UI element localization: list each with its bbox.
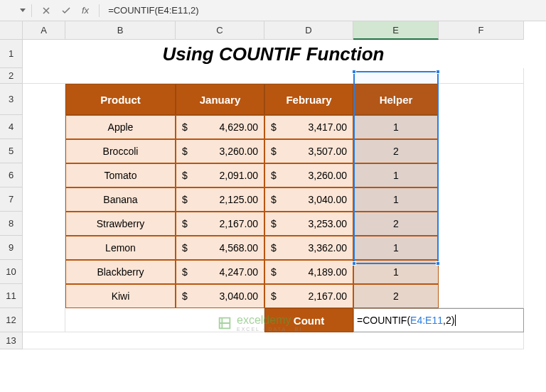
header-helper[interactable]: Helper (353, 84, 439, 115)
helper-cell[interactable]: 2 (353, 139, 439, 163)
separator (99, 4, 100, 17)
product-cell[interactable]: Broccoli (65, 139, 176, 163)
col-header-e[interactable]: E (353, 21, 439, 40)
jan-cell[interactable]: $4,629.00 (176, 115, 264, 139)
col-header-a[interactable]: A (23, 21, 65, 40)
row-header-4[interactable]: 4 (0, 115, 23, 139)
watermark: exceldemy EXCEL · DATA · BI (217, 314, 302, 332)
feb-cell[interactable]: $2,167.00 (264, 284, 353, 308)
product-cell[interactable]: Lemon (65, 236, 176, 260)
row-header-11[interactable]: 11 (0, 284, 23, 308)
jan-cell[interactable]: $2,167.00 (176, 212, 264, 236)
feb-cell[interactable]: $3,507.00 (264, 139, 353, 163)
row-header-2[interactable]: 2 (0, 68, 23, 84)
product-cell[interactable]: Apple (65, 115, 176, 139)
formula-suffix: ,2) (443, 315, 454, 326)
formula-prefix: =COUNTIF( (357, 315, 410, 326)
helper-cell[interactable]: 2 (353, 284, 439, 308)
watermark-tagline: EXCEL · DATA · BI (237, 327, 302, 332)
watermark-logo-icon (217, 315, 232, 331)
row-header-1[interactable]: 1 (0, 40, 23, 68)
col-header-c[interactable]: C (176, 21, 264, 40)
col-header-f[interactable]: F (439, 21, 524, 40)
helper-cell[interactable]: 1 (353, 115, 439, 139)
jan-cell[interactable]: $4,568.00 (176, 236, 264, 260)
page-title: Using COUNTIF Function (163, 43, 385, 65)
header-product[interactable]: Product (65, 84, 176, 115)
title-cell[interactable]: Using COUNTIF Function (23, 40, 524, 68)
select-all-corner[interactable] (0, 21, 23, 40)
jan-cell[interactable]: $2,091.00 (176, 163, 264, 187)
empty-col-a[interactable] (23, 84, 65, 332)
formula-ref: E4:E11 (410, 315, 443, 326)
formula-edit-cell[interactable]: =COUNTIF(E4:E11,2) (353, 308, 524, 332)
jan-cell[interactable]: $3,040.00 (176, 284, 264, 308)
jan-cell[interactable]: $4,247.00 (176, 260, 264, 284)
row-header-13[interactable]: 13 (0, 332, 23, 349)
product-cell[interactable]: Banana (65, 187, 176, 212)
cancel-icon[interactable] (38, 3, 55, 18)
row-header-9[interactable]: 9 (0, 236, 23, 260)
jan-cell[interactable]: $3,260.00 (176, 139, 264, 163)
product-cell[interactable]: Blackberry (65, 260, 176, 284)
row-header-8[interactable]: 8 (0, 212, 23, 236)
feb-cell[interactable]: $4,189.00 (264, 260, 353, 284)
helper-cell[interactable]: 2 (353, 212, 439, 236)
col-header-d[interactable]: D (264, 21, 353, 40)
formula-bar[interactable]: =COUNTIF(E4:E11,2) (105, 5, 540, 16)
empty-col-f[interactable] (439, 84, 524, 308)
feb-cell[interactable]: $3,040.00 (264, 187, 353, 212)
product-cell[interactable]: Tomato (65, 163, 176, 187)
product-cell[interactable]: Kiwi (65, 284, 176, 308)
empty-row-13[interactable] (23, 332, 524, 349)
header-january[interactable]: January (176, 84, 264, 115)
row-header-5[interactable]: 5 (0, 139, 23, 163)
empty-row[interactable] (23, 68, 524, 84)
helper-cell[interactable]: 1 (353, 187, 439, 212)
feb-cell[interactable]: $3,362.00 (264, 236, 353, 260)
helper-cell[interactable]: 1 (353, 163, 439, 187)
row-header-3[interactable]: 3 (0, 84, 23, 115)
formula-toolbar: fx =COUNTIF(E4:E11,2) (0, 0, 546, 21)
product-cell[interactable]: Strawberry (65, 212, 176, 236)
header-february[interactable]: February (264, 84, 353, 115)
feb-cell[interactable]: $3,260.00 (264, 163, 353, 187)
fx-label[interactable]: fx (82, 5, 89, 16)
row-header-7[interactable]: 7 (0, 187, 23, 212)
helper-cell[interactable]: 1 (353, 236, 439, 260)
row-header-10[interactable]: 10 (0, 260, 23, 284)
helper-cell[interactable]: 1 (353, 260, 439, 284)
separator (31, 4, 32, 17)
watermark-brand: exceldemy (237, 314, 302, 327)
feb-cell[interactable]: $3,253.00 (264, 212, 353, 236)
row-header-6[interactable]: 6 (0, 163, 23, 187)
col-header-b[interactable]: B (65, 21, 176, 40)
jan-cell[interactable]: $2,125.00 (176, 187, 264, 212)
row-header-12[interactable]: 12 (0, 308, 23, 332)
namebox-dropdown-icon[interactable] (20, 9, 26, 12)
data-table: Product January February Helper Apple$4,… (65, 84, 439, 308)
text-cursor-icon (455, 315, 456, 326)
spreadsheet-grid[interactable]: A B C D E F 1 Using COUNTIF Function 2 3… (0, 21, 546, 349)
feb-cell[interactable]: $3,417.00 (264, 115, 353, 139)
enter-icon[interactable] (58, 3, 75, 18)
